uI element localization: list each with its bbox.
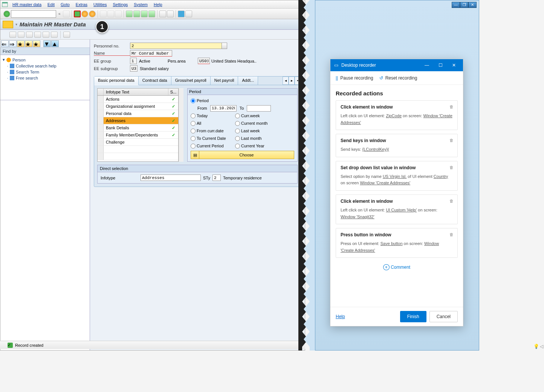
nav-up-icon[interactable]: ▲ [51, 40, 59, 47]
menu-utilities[interactable]: Utilities [90, 1, 110, 8]
infotype-row[interactable]: Bank Details✓ [98, 124, 178, 132]
layout-icon[interactable] [185, 11, 192, 17]
new-session-icon[interactable] [159, 11, 166, 17]
rec-minimize-icon[interactable]: — [422, 63, 432, 68]
minimize-icon[interactable]: — [452, 2, 460, 8]
tab-gross[interactable]: Gross/net payroll [171, 77, 211, 85]
pause-button[interactable]: ||Pause recording [336, 75, 373, 81]
tree-freesearch[interactable]: · Free search [2, 75, 88, 81]
find-icon[interactable] [107, 11, 114, 17]
menu-settings[interactable]: Settings [110, 1, 131, 8]
row-selector[interactable] [98, 96, 104, 103]
title-dropdown-icon[interactable]: ▾ [15, 22, 17, 26]
radio-today[interactable]: Today [191, 113, 232, 118]
action-card[interactable]: 🗑Click element in windowLeft click on UI… [336, 194, 458, 224]
menu-system[interactable]: System [131, 1, 151, 8]
nav-fav2-icon[interactable]: ★ [25, 40, 32, 47]
copy-icon[interactable] [34, 32, 41, 38]
menu-edit[interactable]: Edit [44, 1, 58, 8]
rec-close-icon[interactable]: ✕ [449, 63, 459, 68]
eesub-input[interactable] [130, 65, 138, 72]
menu-goto[interactable]: Goto [58, 1, 73, 8]
action-card[interactable]: 🗑Click element in windowLeft click on UI… [336, 100, 458, 130]
comment-button[interactable]: + Comment [336, 262, 458, 273]
restore-icon[interactable]: ❐ [460, 2, 468, 8]
delete-icon[interactable] [51, 32, 58, 38]
nav-fwd-icon[interactable]: ⇒ [9, 40, 17, 47]
infotype-row[interactable]: Family Member/Dependents✓ [98, 132, 178, 139]
row-selector[interactable] [98, 110, 104, 117]
command-history-icon[interactable]: « [58, 12, 61, 16]
persarea-input[interactable] [198, 58, 210, 64]
tab-scroll-left-icon[interactable]: ◂ [283, 77, 289, 85]
radio-currmonth[interactable]: Current month [235, 121, 267, 126]
nav-fav3-icon[interactable]: ★ [33, 40, 40, 47]
radio-lastmonth[interactable]: Last month [235, 136, 261, 141]
print-icon[interactable] [100, 11, 107, 17]
menu-hrmaster[interactable]: HR master data [9, 1, 44, 8]
table-scrollbar[interactable] [179, 88, 183, 162]
exit-icon[interactable] [81, 11, 88, 17]
tab-net[interactable]: Net payroll [211, 77, 238, 85]
radio-all[interactable]: All [191, 121, 232, 126]
radio-currweek[interactable]: Curr.week [235, 113, 260, 118]
overview-icon[interactable] [63, 32, 70, 38]
lamp-icon[interactable]: 💡 [533, 344, 539, 349]
eegroup-input[interactable] [130, 58, 137, 64]
col-infotype[interactable]: Infotype Text [104, 89, 168, 95]
name-input[interactable] [130, 50, 172, 57]
infotype-row[interactable]: Addresses✓ [98, 117, 178, 124]
create-icon[interactable] [9, 32, 16, 38]
display-icon[interactable] [26, 32, 33, 38]
first-page-icon[interactable] [126, 11, 133, 17]
delete-icon[interactable]: 🗑 [449, 232, 454, 237]
cancel-icon[interactable] [89, 11, 96, 17]
radio-tocurr[interactable]: To Current Date [191, 136, 232, 141]
rec-maximize-icon[interactable]: ☐ [435, 63, 446, 68]
delete-icon[interactable]: 🗑 [449, 104, 454, 109]
change-icon[interactable] [18, 32, 24, 38]
title-icon[interactable] [3, 21, 13, 28]
action-card[interactable]: 🗑Press button in windowPress on UI eleme… [336, 228, 458, 258]
back-icon[interactable] [74, 11, 81, 17]
row-selector[interactable] [98, 139, 104, 145]
radio-period[interactable]: Period [191, 98, 209, 103]
last-page-icon[interactable] [148, 11, 155, 17]
personnel-input[interactable] [130, 43, 222, 49]
nav-fav1-icon[interactable]: ★ [17, 40, 24, 47]
save-icon[interactable] [63, 11, 70, 17]
choose-button[interactable]: ▤ Choose [191, 151, 294, 159]
f4-icon[interactable] [222, 43, 227, 49]
help-icon[interactable] [178, 11, 185, 17]
menu-extras[interactable]: Extras [73, 1, 90, 8]
tree-searchterm[interactable]: · Search Term [2, 69, 88, 75]
row-selector[interactable] [98, 132, 104, 138]
infotype-row[interactable]: Challenge [98, 139, 178, 146]
enter-icon[interactable] [3, 11, 10, 17]
row-selector[interactable] [98, 117, 104, 124]
action-card[interactable]: 🗑Set drop down list value in windowSelec… [336, 161, 458, 191]
action-card[interactable]: 🗑Send keys in windowSend keys: {LControl… [336, 134, 458, 157]
shortcut-icon[interactable] [167, 11, 174, 17]
from-input[interactable] [210, 105, 237, 112]
nav-down-icon[interactable]: ▼ [43, 40, 51, 47]
tab-contract[interactable]: Contract data [139, 77, 171, 85]
infotype-input[interactable] [141, 175, 201, 181]
finish-button[interactable]: Finish [400, 311, 426, 322]
tree-person[interactable]: ▾ Person [2, 57, 88, 63]
radio-fromcurr[interactable]: From curr.date [191, 129, 232, 133]
cancel-button[interactable]: Cancel [429, 311, 458, 322]
to-input[interactable] [247, 105, 271, 112]
col-status[interactable]: S... [168, 89, 178, 95]
infotype-row[interactable]: Actions✓ [98, 96, 178, 103]
prev-page-icon[interactable] [133, 11, 140, 17]
row-selector[interactable] [98, 103, 104, 110]
tab-basic[interactable]: Basic personal data [94, 77, 139, 85]
infotype-row[interactable]: Organizational assignment✓ [98, 103, 178, 110]
radio-currperiod[interactable]: Current Period [191, 144, 232, 149]
radio-lastweek[interactable]: Last week [235, 129, 260, 133]
tab-scroll-right-icon[interactable]: ▸ [289, 77, 295, 85]
next-page-icon[interactable] [141, 11, 148, 17]
infotype-row[interactable]: Personal data✓ [98, 110, 178, 117]
tab-addt[interactable]: Addt... [238, 77, 258, 85]
